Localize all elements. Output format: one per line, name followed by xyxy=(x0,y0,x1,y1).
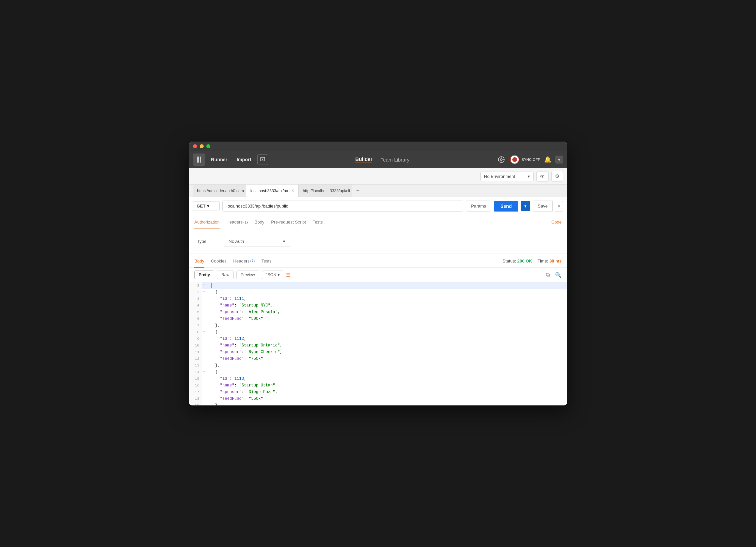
line-number: 9 xyxy=(189,335,202,342)
line-content: [ xyxy=(208,282,567,289)
toolbar-right: SYNC OFF 🔔 ▾ xyxy=(497,155,563,164)
close-button[interactable] xyxy=(193,144,197,148)
line-content: }, xyxy=(208,322,567,329)
runner-button[interactable]: Runner xyxy=(208,155,231,164)
code-area[interactable]: 1▾[2▾ {3 "id": 1111,4 "name": "Startup N… xyxy=(189,282,567,405)
line-number: 17 xyxy=(189,389,202,395)
line-content: "id": 1113, xyxy=(208,375,567,382)
time-label: Time: 30 ms xyxy=(537,259,562,264)
line-content: "id": 1111, xyxy=(208,295,567,302)
pretty-button[interactable]: Pretty xyxy=(194,271,214,279)
method-label: GET xyxy=(197,204,206,209)
new-tab-button[interactable] xyxy=(257,154,268,165)
request-subtabs: Authorization Headers (1) Body Pre-reque… xyxy=(189,215,567,229)
tab-authorization[interactable]: Authorization xyxy=(194,215,220,229)
response-tab-body[interactable]: Body xyxy=(194,254,204,268)
tab-team-library[interactable]: Team Library xyxy=(380,157,409,163)
auth-type-select[interactable]: No Auth ▾ xyxy=(224,236,290,247)
code-line: 12 "seedFund": "750k" xyxy=(189,355,567,362)
line-number: 8 xyxy=(189,329,202,335)
line-toggle[interactable]: ▾ xyxy=(202,289,208,295)
response-tests-label: Tests xyxy=(261,259,271,264)
maximize-button[interactable] xyxy=(206,144,210,148)
params-button[interactable]: Params xyxy=(466,201,491,212)
tab-item-auth0[interactable]: https://unicoder.auth0.com xyxy=(193,185,246,197)
sync-record-inner xyxy=(512,157,517,162)
line-number: 3 xyxy=(189,295,202,302)
gear-button[interactable]: ⚙ xyxy=(551,171,563,182)
sync-record-button[interactable] xyxy=(510,155,519,164)
code-line: 18 "seedFund": "550k" xyxy=(189,395,567,402)
line-content: "seedFund": "750k" xyxy=(208,355,567,362)
eye-button[interactable]: 👁 xyxy=(536,171,549,182)
line-toggle[interactable]: ▾ xyxy=(202,369,208,375)
search-icon[interactable]: 🔍 xyxy=(555,272,562,278)
line-content: "seedFund": "550k" xyxy=(208,395,567,402)
method-select[interactable]: GET ▾ xyxy=(193,201,220,211)
response-tab-tests[interactable]: Tests xyxy=(261,254,271,268)
env-chevron-icon: ▾ xyxy=(528,174,530,179)
format-select[interactable]: JSON ▾ xyxy=(262,271,283,279)
response-tabs-bar: Body Cookies Headers (7) Tests Status: 2… xyxy=(189,254,567,268)
code-line: 8▾ { xyxy=(189,329,567,335)
save-dropdown-button[interactable]: ▾ xyxy=(555,201,563,212)
tab-item-cli[interactable]: http://localhost:3333/api/cli xyxy=(299,185,352,197)
response-status: Status: 200 OK Time: 30 ms xyxy=(503,259,562,264)
line-content: "name": "Startup Uttah", xyxy=(208,382,567,389)
tab-label-auth0: https://unicoder.auth0.com xyxy=(197,189,244,193)
tab-close-battles[interactable]: ✕ xyxy=(291,189,294,193)
headers-label: Headers xyxy=(226,220,243,225)
environment-select[interactable]: No Environment ▾ xyxy=(480,172,534,181)
request-tabs-bar: https://unicoder.auth0.com localhost:333… xyxy=(189,185,567,197)
user-menu-icon[interactable]: ▾ xyxy=(555,156,563,164)
import-button[interactable]: Import xyxy=(233,155,255,164)
minimize-button[interactable] xyxy=(200,144,204,148)
toolbar-left: Runner Import xyxy=(193,154,268,166)
line-number: 2 xyxy=(189,289,202,295)
line-content: "sponsor": "Diego Poza", xyxy=(208,389,567,395)
tab-body[interactable]: Body xyxy=(254,215,264,229)
method-chevron-icon: ▾ xyxy=(207,204,209,209)
tab-tests[interactable]: Tests xyxy=(313,215,323,229)
line-content: { xyxy=(208,369,567,375)
raw-button[interactable]: Raw xyxy=(217,271,234,279)
sidebar-col-right xyxy=(200,157,201,163)
code-link[interactable]: Code xyxy=(551,220,562,225)
code-line: 9 "id": 1112, xyxy=(189,335,567,342)
environment-row: No Environment ▾ 👁 ⚙ xyxy=(189,168,567,185)
tab-pre-request-script[interactable]: Pre-request Script xyxy=(271,215,306,229)
tab-builder[interactable]: Builder xyxy=(355,156,373,163)
line-number: 10 xyxy=(189,342,202,349)
headers-badge: (1) xyxy=(243,220,248,224)
send-dropdown-button[interactable]: ▾ xyxy=(521,201,530,211)
sidebar-toggle-icon xyxy=(197,157,201,163)
code-line: 4 "name": "Startup NYC", xyxy=(189,302,567,309)
save-button[interactable]: Save xyxy=(533,201,553,212)
response-headers-badge: (7) xyxy=(250,259,255,263)
line-number: 4 xyxy=(189,302,202,309)
add-tab-button[interactable]: + xyxy=(352,185,364,197)
code-line: 16 "name": "Startup Uttah", xyxy=(189,382,567,389)
app-window: Runner Import Builder Team Library xyxy=(189,142,567,405)
response-tab-cookies[interactable]: Cookies xyxy=(211,254,227,268)
send-button[interactable]: Send xyxy=(494,201,518,212)
sidebar-toggle-button[interactable] xyxy=(193,154,205,166)
authorization-label: Authorization xyxy=(194,220,220,225)
settings-icon[interactable] xyxy=(497,155,506,164)
code-line: 1▾[ xyxy=(189,282,567,289)
tab-item-battles[interactable]: localhost:3333/api/ba ✕ xyxy=(246,185,299,197)
line-toggle[interactable]: ▾ xyxy=(202,282,208,289)
notifications-icon[interactable]: 🔔 xyxy=(544,156,551,163)
tab-headers[interactable]: Headers (1) xyxy=(226,215,248,229)
response-tab-headers[interactable]: Headers (7) xyxy=(233,254,255,268)
sync-label: SYNC OFF xyxy=(521,158,540,162)
line-toggle[interactable]: ▾ xyxy=(202,329,208,335)
sidebar-col-left xyxy=(197,157,199,163)
line-number: 12 xyxy=(189,355,202,362)
titlebar xyxy=(189,142,567,151)
svg-point-5 xyxy=(500,159,502,161)
wrap-icon[interactable]: ☰ xyxy=(286,272,291,278)
copy-icon[interactable]: ⧉ xyxy=(546,272,550,278)
preview-button[interactable]: Preview xyxy=(236,271,259,279)
url-input[interactable] xyxy=(222,201,463,212)
